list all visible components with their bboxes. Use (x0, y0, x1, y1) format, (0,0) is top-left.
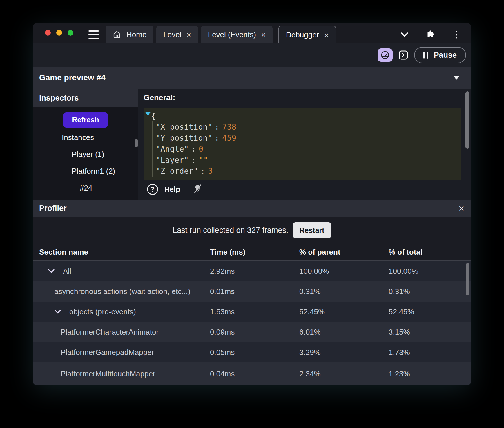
profiler-table-rows: All 2.92ms 100.00% 100.00% asynchronous … (33, 260, 471, 385)
overflow-menu-icon[interactable]: ⋮ (452, 31, 461, 38)
tab-label: Level (Events) (208, 30, 256, 39)
help-row: ? Help (147, 184, 202, 195)
home-icon (113, 30, 121, 39)
time-value: 0.01ms (210, 287, 299, 296)
time-value: 0.05ms (210, 348, 299, 357)
console-button[interactable] (398, 50, 408, 60)
game-preview-header[interactable]: Game preview #4 (33, 67, 471, 89)
extensions-puzzle-icon[interactable] (425, 30, 435, 39)
section-name: PlatformerCharacterAnimator (61, 328, 159, 337)
tab-label: Home (126, 30, 146, 39)
instance-properties-json: { X position:738 Y position:459 Angle:0 … (144, 108, 461, 180)
json-expander-icon[interactable] (145, 112, 151, 116)
percent-total-value: 1.23% (389, 369, 471, 378)
profiler-header: Profiler × (33, 200, 471, 217)
section-name: PlatformerGamepadMapper (61, 348, 154, 357)
percent-total-value: 3.15% (389, 328, 471, 337)
percent-parent-value: 0.31% (299, 287, 389, 296)
column-header-percent-total: % of total (389, 248, 471, 257)
help-icon[interactable]: ? (147, 184, 158, 195)
tab-strip: Home Level × Level (Events) × Debugger × (106, 26, 336, 43)
profiler-body: Last run collected on 327 frames. Restar… (33, 217, 471, 385)
general-panel: General: { X position:738 Y position:459… (138, 89, 471, 200)
profiler-title: Profiler (39, 204, 458, 213)
column-header-time: Time (ms) (210, 248, 299, 257)
tree-item-platform1[interactable]: Platform1 (2) (33, 163, 138, 179)
json-open-brace: { (144, 110, 461, 121)
gauge-icon (381, 51, 389, 59)
close-icon[interactable]: × (458, 203, 464, 213)
pause-icon (423, 52, 428, 59)
tree-item-player[interactable]: Player (1) (33, 146, 138, 163)
close-icon[interactable]: × (187, 30, 191, 39)
profiler-status-text: Last run collected on 327 frames. (173, 226, 288, 235)
percent-parent-value: 6.01% (299, 328, 389, 337)
tab-debugger[interactable]: Debugger × (278, 26, 336, 43)
close-icon[interactable]: × (324, 31, 329, 39)
pause-label: Pause (434, 51, 457, 60)
table-row[interactable]: PlatformerGamepadMapper 0.05ms 3.29% 1.7… (33, 342, 471, 362)
maximize-window-button[interactable] (68, 30, 73, 36)
section-name: PlatformerMultitouchMapper (61, 369, 155, 378)
profiler-gauge-button[interactable] (378, 48, 393, 62)
time-value: 0.09ms (210, 328, 299, 337)
inspectors-scrollbar[interactable] (135, 139, 138, 147)
unpin-icon[interactable] (193, 184, 202, 195)
minimize-window-button[interactable] (56, 30, 62, 36)
table-row[interactable]: PlatformerCharacterAnimator 0.09ms 6.01%… (33, 322, 471, 342)
json-value: 459 (222, 133, 236, 142)
tree-item-instance-24[interactable]: #24 (33, 179, 138, 196)
help-label: Help (164, 185, 180, 194)
debugger-main-split: Inspectors Refresh Instances Player (1) … (33, 89, 471, 200)
table-row[interactable]: PlatformerMultitouchMapper 0.04ms 2.34% … (33, 362, 471, 385)
close-icon[interactable]: × (261, 30, 266, 39)
json-property-x-position: X position:738 (144, 121, 461, 133)
table-row[interactable]: All 2.92ms 100.00% 100.00% (33, 261, 471, 281)
json-key: Layer (156, 155, 189, 164)
json-property-z-order: Z order:3 (144, 166, 461, 177)
json-colon: : (191, 144, 196, 153)
restart-button[interactable]: Restart (293, 222, 331, 238)
json-property-angle: Angle:0 (144, 144, 461, 155)
json-key: Angle (156, 144, 189, 153)
hamburger-menu-icon[interactable] (88, 30, 99, 39)
debugger-window: Home Level × Level (Events) × Debugger × (33, 23, 471, 385)
chevron-down-icon[interactable] (400, 32, 409, 37)
tab-home[interactable]: Home (106, 26, 153, 43)
chevron-down-icon[interactable] (54, 309, 62, 314)
tab-level[interactable]: Level × (156, 26, 198, 43)
section-name: objects (pre-events) (69, 307, 136, 316)
json-property-y-position: Y position:459 (144, 133, 461, 144)
json-key: Y position (156, 133, 212, 142)
json-value: 0 (199, 144, 203, 153)
time-value: 2.92ms (210, 267, 299, 276)
indent-guide (152, 121, 153, 177)
json-colon: : (215, 122, 219, 131)
time-value: 1.53ms (210, 307, 299, 316)
close-window-button[interactable] (45, 30, 51, 36)
json-value: "" (199, 155, 208, 164)
general-scrollbar[interactable] (465, 91, 469, 149)
inspectors-panel: Inspectors Refresh Instances Player (1) … (33, 89, 138, 200)
profiler-table-header: Section name Time (ms) % of parent % of … (33, 244, 471, 260)
table-row[interactable]: objects (pre-events) 1.53ms 52.45% 52.45… (33, 302, 471, 322)
percent-total-value: 1.73% (389, 348, 471, 357)
percent-parent-value: 52.45% (299, 307, 389, 316)
json-colon: : (215, 133, 219, 142)
profiler-status-row: Last run collected on 327 frames. Restar… (33, 217, 471, 244)
json-value: 3 (208, 166, 213, 175)
json-key: X position (156, 122, 212, 131)
percent-total-value: 100.00% (389, 267, 471, 276)
tab-level-events[interactable]: Level (Events) × (201, 26, 273, 43)
collapse-caret-icon[interactable] (453, 76, 460, 80)
titlebar: Home Level × Level (Events) × Debugger × (33, 23, 471, 43)
tree-item-instances[interactable]: Instances (33, 129, 138, 146)
profiler-table-scrollbar[interactable] (466, 263, 469, 295)
json-colon: : (191, 155, 196, 164)
pause-button[interactable]: Pause (414, 47, 466, 63)
table-row[interactable]: asynchronous actions (wait action, etc..… (33, 281, 471, 302)
chevron-down-icon[interactable] (48, 269, 55, 273)
percent-parent-value: 100.00% (299, 267, 389, 276)
debugger-toolbar: Pause (33, 43, 471, 67)
refresh-button[interactable]: Refresh (63, 112, 108, 128)
